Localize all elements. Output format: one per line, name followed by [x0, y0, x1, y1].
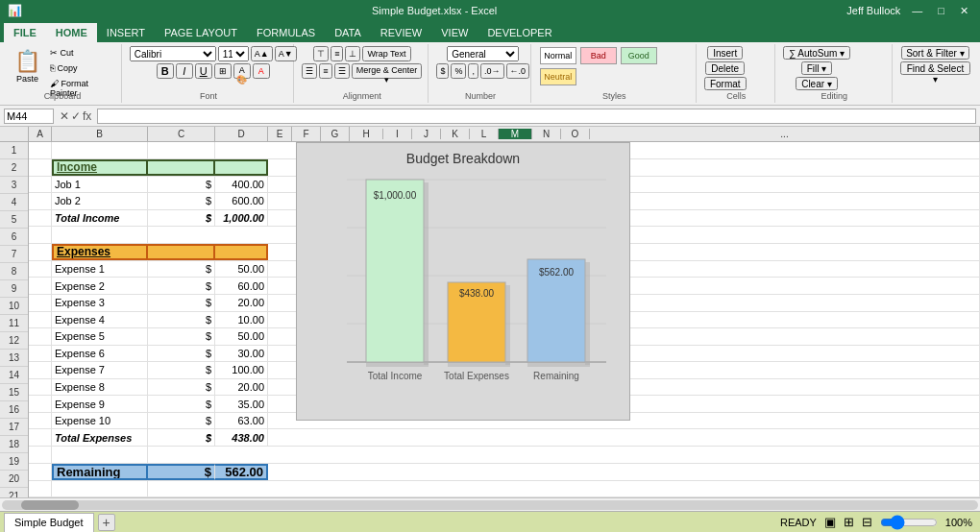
cell-d3[interactable]: 400.00: [215, 177, 268, 193]
cell-b13[interactable]: Expense 6: [52, 346, 148, 362]
cell-b21[interactable]: [52, 481, 148, 497]
col-header-g[interactable]: G: [321, 127, 350, 141]
increase-font-button[interactable]: A▲: [251, 46, 273, 61]
cell-a4[interactable]: [29, 193, 52, 209]
zoom-slider[interactable]: [880, 517, 938, 528]
cell-a7[interactable]: [29, 244, 52, 260]
cell-b16[interactable]: Expense 9: [52, 396, 148, 412]
style-bad[interactable]: Bad: [580, 47, 617, 64]
percent-button[interactable]: %: [451, 63, 466, 79]
cell-a20[interactable]: [29, 464, 52, 480]
cell-b7-expenses[interactable]: Expenses: [52, 244, 148, 260]
style-good[interactable]: Good: [621, 47, 657, 64]
align-left-button[interactable]: ☰: [302, 63, 317, 79]
fill-color-button[interactable]: A🎨: [233, 63, 251, 79]
decrease-decimal-button[interactable]: ←.0: [506, 63, 530, 79]
bold-button[interactable]: B: [157, 63, 174, 79]
add-sheet-button[interactable]: +: [98, 514, 115, 531]
copy-button[interactable]: ⎘ Copy: [47, 61, 115, 75]
cell-b9[interactable]: Expense 2: [52, 278, 148, 294]
cell-a8[interactable]: [29, 261, 52, 278]
align-top-button[interactable]: ⊤: [313, 46, 329, 61]
wrap-text-button[interactable]: Wrap Text: [362, 46, 410, 61]
cell-b20-remaining[interactable]: Remaining: [52, 464, 148, 480]
cell-d16[interactable]: 35.00: [215, 396, 268, 412]
cell-c12[interactable]: $: [148, 328, 215, 345]
cell-c18[interactable]: $: [148, 429, 215, 446]
delete-button[interactable]: Delete: [705, 61, 745, 75]
cell-a16[interactable]: [29, 396, 52, 412]
cell-d5[interactable]: 1,000.00: [215, 210, 268, 227]
view-page-break-icon[interactable]: ⊟: [862, 515, 872, 529]
cell-c16[interactable]: $: [148, 396, 215, 412]
cell-b2-income[interactable]: Income: [52, 159, 148, 176]
cell-c10[interactable]: $: [148, 295, 215, 311]
cell-d17[interactable]: 63.00: [215, 413, 268, 429]
cell-d12[interactable]: 50.00: [215, 328, 268, 345]
col-header-e[interactable]: E: [268, 127, 292, 141]
cell-a15[interactable]: [29, 379, 52, 396]
cell-b18-total-expenses[interactable]: Total Expenses: [52, 429, 148, 446]
cell-a10[interactable]: [29, 295, 52, 311]
col-header-c[interactable]: C: [148, 127, 215, 141]
cell-rest-19[interactable]: [148, 447, 980, 463]
sheet-tab-simple-budget[interactable]: Simple Budget: [4, 513, 94, 532]
col-header-n[interactable]: N: [532, 129, 561, 139]
tab-review[interactable]: REVIEW: [371, 23, 431, 42]
col-header-d[interactable]: D: [215, 127, 268, 141]
horizontal-scrollbar[interactable]: [0, 497, 980, 511]
cell-c3[interactable]: $: [148, 177, 215, 193]
formula-input[interactable]: [97, 109, 976, 124]
cut-button[interactable]: ✂ Cut: [47, 46, 115, 60]
cell-c9[interactable]: $: [148, 278, 215, 294]
cell-c11[interactable]: $: [148, 312, 215, 328]
underline-button[interactable]: U: [195, 63, 212, 79]
cell-d15[interactable]: 20.00: [215, 379, 268, 396]
cell-d4[interactable]: 600.00: [215, 193, 268, 209]
cell-a17[interactable]: [29, 413, 52, 429]
tab-home[interactable]: HOME: [46, 23, 97, 42]
cell-d8[interactable]: 50.00: [215, 261, 268, 278]
maximize-button[interactable]: □: [934, 5, 948, 17]
cell-d14[interactable]: 100.00: [215, 362, 268, 378]
scroll-thumb[interactable]: [21, 500, 79, 510]
cell-c4[interactable]: $: [148, 193, 215, 209]
cell-b10[interactable]: Expense 3: [52, 295, 148, 311]
increase-decimal-button[interactable]: .0→: [480, 63, 504, 79]
cell-b4-job2[interactable]: Job 2: [52, 193, 148, 209]
col-header-a[interactable]: A: [29, 127, 52, 141]
col-header-j[interactable]: J: [412, 129, 441, 139]
find-select-button[interactable]: Find & Select ▾: [900, 61, 970, 75]
style-neutral[interactable]: Neutral: [540, 68, 576, 85]
cell-d18[interactable]: 438.00: [215, 429, 268, 446]
tab-view[interactable]: VIEW: [431, 23, 478, 42]
cell-d11[interactable]: 10.00: [215, 312, 268, 328]
cell-reference-box[interactable]: M44: [4, 109, 54, 124]
cell-a13[interactable]: [29, 346, 52, 362]
border-button[interactable]: ⊞: [214, 63, 232, 79]
cell-a21[interactable]: [29, 481, 52, 497]
function-icon[interactable]: fx: [83, 109, 91, 123]
cell-c15[interactable]: $: [148, 379, 215, 396]
cell-a11[interactable]: [29, 312, 52, 328]
cell-b6[interactable]: [52, 227, 148, 243]
comma-button[interactable]: ,: [468, 63, 478, 79]
tab-page-layout[interactable]: PAGE LAYOUT: [155, 23, 247, 42]
confirm-icon[interactable]: ✓: [71, 109, 81, 123]
col-header-m[interactable]: M: [499, 129, 532, 139]
cell-c14[interactable]: $: [148, 362, 215, 378]
cell-b19[interactable]: [52, 447, 148, 463]
cell-a6[interactable]: [29, 227, 52, 243]
cell-c17[interactable]: $: [148, 413, 215, 429]
cell-a2[interactable]: [29, 159, 52, 176]
font-family-select[interactable]: Calibri: [130, 46, 216, 61]
cancel-icon[interactable]: ✕: [60, 109, 69, 123]
tab-insert[interactable]: INSERT: [97, 23, 155, 42]
font-size-select[interactable]: 11: [218, 46, 249, 61]
format-button[interactable]: Format: [704, 77, 747, 90]
cell-d20[interactable]: 562.00: [215, 464, 268, 480]
paste-button[interactable]: 📋 Paste: [10, 46, 45, 91]
col-header-f[interactable]: F: [292, 127, 321, 141]
cell-a19[interactable]: [29, 447, 52, 463]
cell-b14[interactable]: Expense 7: [52, 362, 148, 378]
